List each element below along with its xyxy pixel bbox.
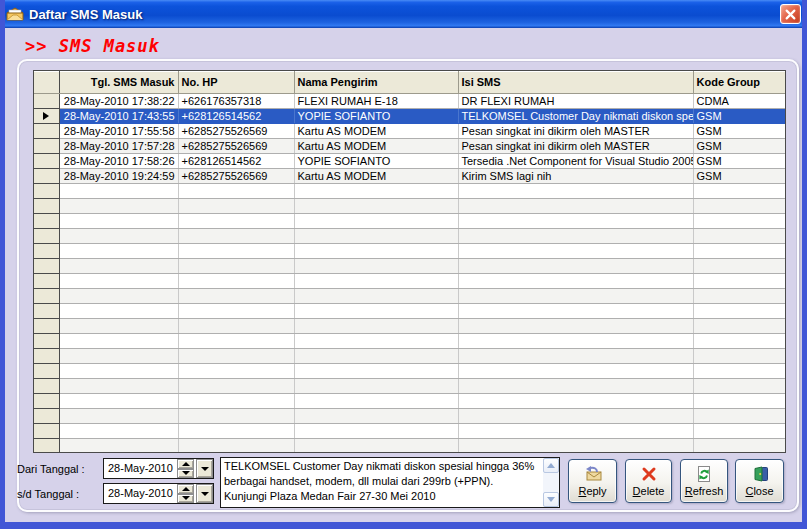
empty-cell[interactable] — [294, 288, 458, 303]
empty-cell[interactable] — [294, 243, 458, 258]
row-selector[interactable] — [34, 423, 59, 438]
empty-cell[interactable] — [693, 318, 785, 333]
cell-hp[interactable]: +626176357318 — [178, 93, 294, 108]
row-selector[interactable] — [34, 198, 59, 213]
cell-kode[interactable]: GSM — [693, 138, 785, 153]
table-row[interactable]: 28-May-2010 17:38:22 +626176357318 FLEXI… — [34, 93, 785, 108]
empty-cell[interactable] — [294, 303, 458, 318]
empty-cell[interactable] — [458, 273, 693, 288]
empty-cell[interactable] — [294, 228, 458, 243]
row-selector[interactable] — [34, 108, 59, 123]
table-row-empty[interactable] — [34, 438, 785, 453]
empty-cell[interactable] — [294, 348, 458, 363]
empty-cell[interactable] — [693, 408, 785, 423]
table-row-empty[interactable] — [34, 348, 785, 363]
cell-tgl[interactable]: 28-May-2010 17:55:58 — [59, 123, 178, 138]
empty-cell[interactable] — [458, 393, 693, 408]
cell-isi[interactable]: Pesan singkat ini dikirm oleh MASTER — [458, 138, 693, 153]
empty-cell[interactable] — [59, 423, 178, 438]
empty-cell[interactable] — [458, 198, 693, 213]
table-row-empty[interactable] — [34, 273, 785, 288]
sd-tanggal-value[interactable]: 28-May-2010 — [104, 484, 177, 503]
cell-isi[interactable]: DR FLEXI RUMAH — [458, 93, 693, 108]
empty-cell[interactable] — [693, 363, 785, 378]
empty-cell[interactable] — [178, 393, 294, 408]
empty-cell[interactable] — [59, 288, 178, 303]
table-row[interactable]: 28-May-2010 17:55:58 +6285275526569 Kart… — [34, 123, 785, 138]
row-selector[interactable] — [34, 123, 59, 138]
refresh-button[interactable]: Refresh — [680, 459, 728, 503]
cell-tgl[interactable]: 28-May-2010 17:38:22 — [59, 93, 178, 108]
empty-cell[interactable] — [294, 183, 458, 198]
table-row-empty[interactable] — [34, 183, 785, 198]
empty-cell[interactable] — [294, 258, 458, 273]
empty-cell[interactable] — [294, 363, 458, 378]
cell-isi[interactable]: Tersedia .Net Component for Visual Studi… — [458, 153, 693, 168]
empty-cell[interactable] — [178, 378, 294, 393]
row-selector[interactable] — [34, 228, 59, 243]
empty-cell[interactable] — [59, 378, 178, 393]
row-selector[interactable] — [34, 153, 59, 168]
cell-kode[interactable]: GSM — [693, 153, 785, 168]
cell-hp[interactable]: +628126514562 — [178, 108, 294, 123]
empty-cell[interactable] — [294, 273, 458, 288]
spin-up-button[interactable] — [177, 459, 194, 469]
table-row-empty[interactable] — [34, 243, 785, 258]
empty-cell[interactable] — [458, 228, 693, 243]
empty-cell[interactable] — [693, 258, 785, 273]
table-row-empty[interactable] — [34, 198, 785, 213]
empty-cell[interactable] — [294, 423, 458, 438]
empty-cell[interactable] — [178, 423, 294, 438]
empty-cell[interactable] — [59, 348, 178, 363]
row-selector[interactable] — [34, 258, 59, 273]
empty-cell[interactable] — [458, 363, 693, 378]
reply-button[interactable]: Reply — [568, 459, 617, 503]
table-row-empty[interactable] — [34, 288, 785, 303]
empty-cell[interactable] — [178, 273, 294, 288]
empty-cell[interactable] — [178, 243, 294, 258]
row-selector[interactable] — [34, 318, 59, 333]
empty-cell[interactable] — [178, 183, 294, 198]
empty-cell[interactable] — [178, 288, 294, 303]
table-row[interactable]: 28-May-2010 17:58:26 +628126514562 YOPIE… — [34, 153, 785, 168]
empty-cell[interactable] — [294, 438, 458, 453]
sms-preview-box[interactable]: TELKOMSEL Customer Day nikmati diskon sp… — [220, 457, 560, 508]
empty-cell[interactable] — [59, 408, 178, 423]
cell-isi[interactable]: Kirim SMS lagi nih — [458, 168, 693, 183]
column-header-tgl[interactable]: Tgl. SMS Masuk — [59, 71, 178, 93]
close-window-button[interactable] — [780, 4, 801, 24]
sd-tanggal-dropdown-button[interactable] — [196, 484, 213, 503]
empty-cell[interactable] — [458, 183, 693, 198]
spin-down-button[interactable] — [177, 469, 194, 479]
row-selector[interactable] — [34, 168, 59, 183]
empty-cell[interactable] — [59, 258, 178, 273]
column-header-isi[interactable]: Isi SMS — [458, 71, 693, 93]
empty-cell[interactable] — [59, 243, 178, 258]
empty-cell[interactable] — [693, 348, 785, 363]
cell-tgl[interactable]: 28-May-2010 17:58:26 — [59, 153, 178, 168]
cell-kode[interactable]: CDMA — [693, 93, 785, 108]
cell-hp[interactable]: +628126514562 — [178, 153, 294, 168]
cell-hp[interactable]: +6285275526569 — [178, 123, 294, 138]
empty-cell[interactable] — [693, 378, 785, 393]
row-selector[interactable] — [34, 288, 59, 303]
empty-cell[interactable] — [693, 303, 785, 318]
empty-cell[interactable] — [458, 423, 693, 438]
table-row-empty[interactable] — [34, 228, 785, 243]
table-row-empty[interactable] — [34, 213, 785, 228]
empty-cell[interactable] — [59, 333, 178, 348]
scroll-down-button[interactable] — [543, 492, 559, 507]
empty-cell[interactable] — [458, 333, 693, 348]
empty-cell[interactable] — [693, 183, 785, 198]
table-row-empty[interactable] — [34, 378, 785, 393]
empty-cell[interactable] — [59, 393, 178, 408]
empty-cell[interactable] — [693, 288, 785, 303]
empty-cell[interactable] — [59, 273, 178, 288]
empty-cell[interactable] — [693, 393, 785, 408]
row-selector[interactable] — [34, 213, 59, 228]
empty-cell[interactable] — [294, 198, 458, 213]
empty-cell[interactable] — [458, 318, 693, 333]
row-selector[interactable] — [34, 378, 59, 393]
empty-cell[interactable] — [294, 393, 458, 408]
cell-hp[interactable]: +6285275526569 — [178, 138, 294, 153]
